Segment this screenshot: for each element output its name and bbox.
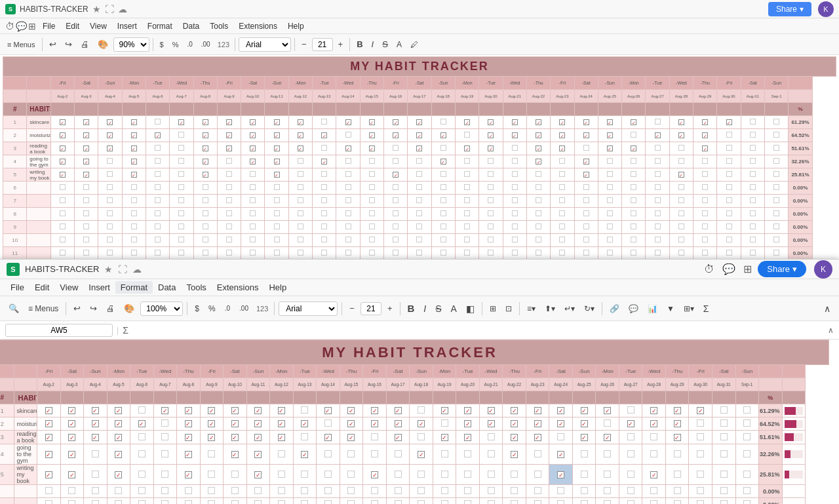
dec2-btn-bot[interactable]: .00 bbox=[236, 303, 252, 314]
menu-item-edit-bot[interactable]: Edit bbox=[29, 281, 54, 294]
strikethrough-btn-bot[interactable]: S bbox=[432, 301, 444, 316]
dec-btn-bot[interactable]: .0 bbox=[222, 303, 233, 314]
formula-sum-icon[interactable]: Σ bbox=[123, 325, 128, 336]
font-decrease-bot[interactable]: − bbox=[346, 301, 358, 315]
fill-color-btn-bot[interactable]: ◧ bbox=[463, 301, 478, 316]
pct-btn-bot[interactable]: % bbox=[205, 302, 219, 315]
menu-item-file-bot[interactable]: File bbox=[5, 281, 29, 294]
folder-icon-top[interactable]: ⛶ bbox=[105, 4, 114, 14]
menu-item-data-top[interactable]: Data bbox=[178, 20, 205, 32]
sigma-btn-bot[interactable]: Σ bbox=[700, 301, 712, 316]
highlight-btn-top[interactable]: 🖊 bbox=[407, 38, 421, 51]
menus-btn-top[interactable]: ≡ Menus bbox=[4, 39, 39, 50]
menu-item-extensions-top[interactable]: Extensions bbox=[233, 20, 283, 32]
menu-history-icon-top[interactable]: ⏱ bbox=[5, 21, 14, 31]
sep1-top bbox=[42, 38, 43, 51]
menus-btn-bot[interactable]: ≡ Menus bbox=[25, 302, 62, 315]
undo-btn-top[interactable]: ↩ bbox=[46, 37, 60, 51]
align-btn-bot[interactable]: ≡▾ bbox=[524, 302, 539, 315]
bottom-sheet-content: MY HABIT TRACKER-Fri-Sat-Sun-Mon-Tue-Wed… bbox=[0, 339, 839, 504]
menu-item-format-bot[interactable]: Format bbox=[115, 281, 153, 294]
share-dropdown-icon-top[interactable]: ▾ bbox=[800, 5, 804, 14]
font-selector-bot[interactable]: Arial bbox=[279, 301, 338, 316]
font-increase-bot[interactable]: + bbox=[384, 301, 396, 315]
paint-btn-top[interactable]: 🎨 bbox=[94, 37, 111, 51]
search-btn-bot[interactable]: 🔍 bbox=[5, 301, 22, 315]
drive-icon-top[interactable]: ☁ bbox=[118, 4, 127, 14]
italic-btn-top[interactable]: I bbox=[368, 37, 378, 51]
menu-item-tools-bot[interactable]: Tools bbox=[181, 281, 211, 294]
undo-btn-bot[interactable]: ↩ bbox=[70, 301, 84, 315]
dec2-btn-top[interactable]: .00 bbox=[198, 39, 214, 50]
share-button-bot[interactable]: Share ▾ bbox=[758, 261, 806, 277]
zoom-selector-top[interactable]: 90% bbox=[113, 37, 149, 52]
filter-btn-bot[interactable]: ▼ bbox=[663, 302, 678, 315]
strikethrough-btn-top[interactable]: S bbox=[379, 37, 391, 51]
font-selector-top[interactable]: Arial bbox=[239, 37, 291, 52]
font-decrease-top[interactable]: − bbox=[298, 37, 310, 51]
redo-btn-top[interactable]: ↪ bbox=[62, 37, 75, 51]
menu-item-help-top[interactable]: Help bbox=[283, 20, 309, 32]
sep4-top bbox=[294, 38, 295, 51]
chart-btn-bot[interactable]: 📊 bbox=[644, 302, 661, 315]
menu-item-insert-top[interactable]: Insert bbox=[112, 20, 142, 32]
font-size-bot[interactable] bbox=[361, 302, 381, 315]
star-icon-bot[interactable]: ★ bbox=[104, 264, 113, 275]
border-btn-bot[interactable]: ⊞ bbox=[486, 302, 499, 315]
drive-icon-bot[interactable]: ☁ bbox=[132, 264, 142, 275]
menu-item-data-bot[interactable]: Data bbox=[153, 281, 181, 294]
menu-item-file-top[interactable]: File bbox=[37, 20, 60, 32]
menu-item-format-top[interactable]: Format bbox=[142, 20, 178, 32]
bold-btn-top[interactable]: B bbox=[353, 37, 366, 51]
star-icon-top[interactable]: ★ bbox=[92, 4, 101, 14]
share-dropdown-icon-bot[interactable]: ▾ bbox=[792, 264, 797, 274]
cell-ref-bot[interactable] bbox=[5, 324, 113, 337]
menu-item-insert-bot[interactable]: Insert bbox=[83, 281, 115, 294]
font-increase-top[interactable]: + bbox=[335, 37, 347, 51]
zoom-selector-bot[interactable]: 100% bbox=[140, 301, 183, 316]
chat-icon-bot[interactable]: 💬 bbox=[720, 261, 737, 277]
font-color-btn-top[interactable]: A bbox=[393, 38, 405, 51]
collapse-btn-bot[interactable]: ∧ bbox=[821, 301, 834, 316]
table-row-top-3: 4going to the gym✓✓✓✓✓✓✓✓✓✓32.26% bbox=[3, 155, 836, 168]
grid-icon-bot[interactable]: ⊞ bbox=[741, 261, 754, 277]
menu-item-view-bot[interactable]: View bbox=[54, 281, 83, 294]
font-size-top[interactable] bbox=[312, 38, 333, 51]
menu-item-tools-top[interactable]: Tools bbox=[205, 20, 233, 32]
print-btn-bot[interactable]: 🖨 bbox=[103, 301, 118, 315]
paint-btn-bot[interactable]: 🎨 bbox=[121, 301, 138, 315]
table-row-top-2: 3reading a book✓✓✓✓✓✓✓✓✓✓✓✓✓✓✓✓✓✓✓51.61% bbox=[3, 142, 836, 155]
table-row-top-10: 110.00% bbox=[3, 247, 836, 260]
formula-expand-btn[interactable]: ∧ bbox=[828, 326, 834, 335]
menu-item-edit-top[interactable]: Edit bbox=[60, 20, 85, 32]
bar-cell-5 bbox=[782, 485, 806, 498]
menu-item-help-bot[interactable]: Help bbox=[263, 281, 292, 294]
table-row-bot-4: 5writing my book✓✓✓✓✓✓✓✓25.81% bbox=[0, 465, 829, 485]
menu-item-view-top[interactable]: View bbox=[85, 20, 112, 32]
link-btn-bot[interactable]: 🔗 bbox=[606, 302, 623, 315]
redo-btn-bot[interactable]: ↪ bbox=[87, 301, 100, 315]
sep8-bot bbox=[602, 302, 602, 315]
print-btn-top[interactable]: 🖨 bbox=[77, 37, 92, 51]
italic-btn-bot[interactable]: I bbox=[420, 301, 429, 316]
rotate-btn-bot[interactable]: ↻▾ bbox=[581, 302, 598, 315]
merge-btn-bot[interactable]: ⊡ bbox=[502, 302, 515, 315]
pct-cell-2: 51.61% bbox=[759, 431, 783, 444]
history-icon-bot[interactable]: ⏱ bbox=[702, 262, 716, 277]
valign-btn-bot[interactable]: ⬆▾ bbox=[541, 302, 558, 315]
folder-icon-bot[interactable]: ⛶ bbox=[118, 264, 127, 275]
table-row-bot-5: 0.00% bbox=[0, 485, 829, 498]
dec-btn-top[interactable]: .0 bbox=[184, 39, 195, 50]
menu-view-icon-top[interactable]: ⊞ bbox=[28, 21, 36, 31]
comment-btn-bot[interactable]: 💬 bbox=[625, 302, 642, 315]
share-button-top[interactable]: Share ▾ bbox=[768, 2, 811, 16]
currency-btn-bot[interactable]: $ bbox=[191, 302, 203, 315]
menu-item-extensions-bot[interactable]: Extensions bbox=[212, 281, 264, 294]
wrap-btn-bot[interactable]: ↵▾ bbox=[561, 302, 578, 315]
currency-btn-top[interactable]: $ bbox=[157, 39, 167, 50]
menu-chat-icon-top[interactable]: 💬 bbox=[16, 21, 27, 31]
font-color-btn-bot[interactable]: A bbox=[448, 301, 460, 316]
pct-btn-top[interactable]: % bbox=[169, 39, 182, 50]
bold-btn-bot[interactable]: B bbox=[404, 301, 418, 316]
more-btn-bot[interactable]: ⊞▾ bbox=[680, 302, 697, 315]
